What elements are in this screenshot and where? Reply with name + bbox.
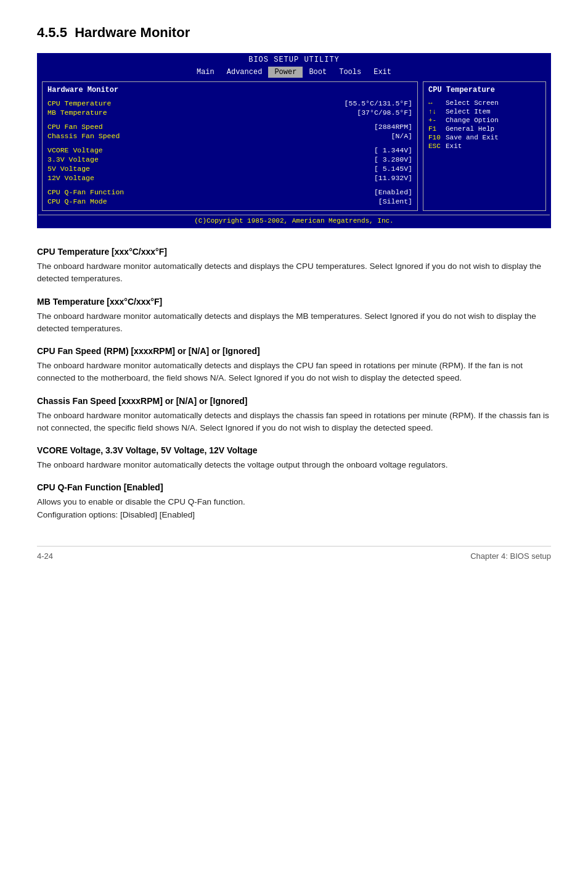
bios-key-row-save-exit: F10 Save and Exit (428, 134, 541, 141)
bios-row-cpu-temp: CPU Temperature [55.5°C/131.5°F] (47, 99, 412, 107)
section-chassis-fan: Chassis Fan Speed [xxxxRPM] or [N/A] or … (37, 396, 551, 435)
bios-key-label-select-item: Select Item (446, 108, 491, 115)
bios-value-chassis-fan: [N/A] (391, 132, 412, 140)
bios-key-sym-f1: F1 (428, 125, 446, 133)
section-body-qfan: Allows you to enable or disable the CPU … (37, 496, 551, 521)
bios-label-3v3: 3.3V Voltage (47, 155, 99, 163)
bios-key-label-general-help: General Help (446, 125, 494, 133)
bios-nav: Main Advanced Power Boot Tools Exit (38, 65, 550, 78)
bios-row-5v: 5V Voltage [ 5.145V] (47, 165, 412, 173)
bios-row-mb-temp: MB Temperature [37°C/98.5°F] (47, 109, 412, 117)
bios-key-sym-updown: ↑↓ (428, 108, 446, 115)
footer-chapter: Chapter 4: BIOS setup (470, 551, 551, 561)
page-title: 4.5.5 Hardware Monitor (37, 25, 551, 41)
bios-row-qfan-mode: CPU Q-Fan Mode [Silent] (47, 197, 412, 205)
section-heading-cpu-temp: CPU Temperature [xxx°C/xxx°F] (37, 247, 551, 257)
section-cpu-temp: CPU Temperature [xxx°C/xxx°F] The onboar… (37, 247, 551, 286)
bios-value-3v3: [ 3.280V] (374, 155, 412, 163)
bios-value-5v: [ 5.145V] (374, 165, 412, 173)
bios-right-panel: CPU Temperature ↔ Select Screen ↑↓ Selec… (423, 81, 546, 211)
bios-left-panel: Hardware Monitor CPU Temperature [55.5°C… (42, 81, 418, 211)
section-mb-temp: MB Temperature [xxx°C/xxx°F] The onboard… (37, 297, 551, 336)
bios-key-row-general-help: F1 General Help (428, 125, 541, 133)
bios-key-row-select-screen: ↔ Select Screen (428, 99, 541, 107)
bios-row-cpu-fan: CPU Fan Speed [2884RPM] (47, 123, 412, 131)
section-heading-chassis-fan: Chassis Fan Speed [xxxxRPM] or [N/A] or … (37, 396, 551, 406)
bios-value-qfan-mode: [Silent] (378, 197, 412, 205)
section-body-voltage: The onboard hardware monitor automatical… (37, 459, 551, 471)
bios-row-qfan-func: CPU Q-Fan Function [Enabled] (47, 188, 412, 196)
section-cpu-fan: CPU Fan Speed (RPM) [xxxxRPM] or [N/A] o… (37, 346, 551, 385)
bios-label-qfan-func: CPU Q-Fan Function (47, 188, 124, 196)
bios-right-title: CPU Temperature (428, 86, 541, 94)
bios-nav-boot: Boot (303, 67, 333, 78)
bios-value-qfan-func: [Enabled] (374, 188, 412, 196)
bios-nav-power: Power (268, 67, 303, 78)
bios-body: Hardware Monitor CPU Temperature [55.5°C… (38, 78, 550, 215)
bios-label-cpu-temp: CPU Temperature (47, 99, 112, 107)
bios-label-12v: 12V Voltage (47, 174, 94, 182)
bios-key-label-save-exit: Save and Exit (446, 134, 499, 141)
bios-value-cpu-temp: [55.5°C/131.5°F] (345, 99, 412, 107)
bios-row-12v: 12V Voltage [11.932V] (47, 174, 412, 182)
bios-screenshot: BIOS SETUP UTILITY Main Advanced Power B… (37, 53, 551, 228)
bios-key-label-exit: Exit (446, 142, 462, 150)
bios-nav-exit: Exit (367, 67, 398, 78)
footer-page-number: 4-24 (37, 551, 53, 561)
bios-row-chassis-fan: Chassis Fan Speed [N/A] (47, 132, 412, 140)
section-voltage: VCORE Voltage, 3.3V Voltage, 5V Voltage,… (37, 445, 551, 471)
bios-nav-advanced: Advanced (221, 67, 269, 78)
bios-value-mb-temp: [37°C/98.5°F] (357, 109, 412, 117)
bios-value-cpu-fan: [2884RPM] (374, 123, 412, 131)
bios-utility-title: BIOS SETUP UTILITY (38, 54, 550, 65)
section-body-cpu-fan: The onboard hardware monitor automatical… (37, 360, 551, 385)
bios-left-title: Hardware Monitor (47, 86, 412, 94)
bios-key-sym-f10: F10 (428, 134, 446, 141)
bios-key-row-exit: ESC Exit (428, 142, 541, 150)
bios-label-vcore: VCORE Voltage (47, 146, 103, 154)
section-body-mb-temp: The onboard hardware monitor automatical… (37, 310, 551, 336)
section-heading-cpu-fan: CPU Fan Speed (RPM) [xxxxRPM] or [N/A] o… (37, 346, 551, 356)
bios-label-cpu-fan: CPU Fan Speed (47, 123, 103, 131)
section-heading-voltage: VCORE Voltage, 3.3V Voltage, 5V Voltage,… (37, 445, 551, 455)
bios-key-legend: ↔ Select Screen ↑↓ Select Item +- Change… (428, 99, 541, 150)
bios-key-sym-esc: ESC (428, 142, 446, 150)
bios-footer: (C)Copyright 1985-2002, American Megatre… (38, 215, 550, 227)
bios-nav-main: Main (190, 67, 221, 78)
section-body-chassis-fan: The onboard hardware monitor automatical… (37, 410, 551, 435)
section-body-cpu-temp: The onboard hardware monitor automatical… (37, 260, 551, 286)
section-heading-mb-temp: MB Temperature [xxx°C/xxx°F] (37, 297, 551, 307)
bios-value-12v: [11.932V] (374, 174, 412, 182)
bios-nav-tools: Tools (333, 67, 367, 78)
bios-key-sym-arrows: ↔ (428, 99, 446, 107)
bios-label-qfan-mode: CPU Q-Fan Mode (47, 197, 107, 205)
page-footer: 4-24 Chapter 4: BIOS setup (37, 546, 551, 561)
bios-key-row-select-item: ↑↓ Select Item (428, 108, 541, 115)
section-qfan: CPU Q-Fan Function [Enabled] Allows you … (37, 482, 551, 521)
bios-label-mb-temp: MB Temperature (47, 109, 107, 117)
bios-key-sym-plusminus: +- (428, 117, 446, 124)
bios-row-vcore: VCORE Voltage [ 1.344V] (47, 146, 412, 154)
bios-label-chassis-fan: Chassis Fan Speed (47, 132, 120, 140)
bios-key-row-change-option: +- Change Option (428, 117, 541, 124)
bios-key-label-select-screen: Select Screen (446, 99, 499, 107)
bios-value-vcore: [ 1.344V] (374, 146, 412, 154)
section-heading-qfan: CPU Q-Fan Function [Enabled] (37, 482, 551, 492)
bios-row-3v3: 3.3V Voltage [ 3.280V] (47, 155, 412, 163)
bios-label-5v: 5V Voltage (47, 165, 90, 173)
bios-key-label-change-option: Change Option (446, 117, 499, 124)
